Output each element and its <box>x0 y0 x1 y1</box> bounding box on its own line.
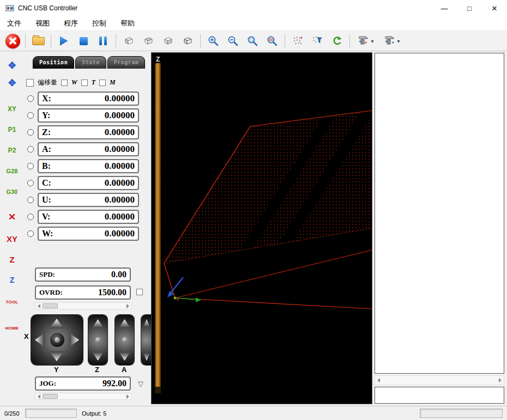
axis-radio[interactable] <box>27 180 34 186</box>
mdi-input-box[interactable] <box>375 387 504 404</box>
view-top-button[interactable] <box>119 32 138 50</box>
jog-dropdown-button[interactable]: ▽ <box>134 379 147 388</box>
scroll-right-icon[interactable] <box>126 304 129 308</box>
w-checkbox[interactable] <box>61 80 68 86</box>
axis-radio[interactable] <box>27 146 34 153</box>
sidebar-item-zero-z[interactable]: Z <box>2 252 22 267</box>
sidebar-item-tool[interactable]: TOOL <box>2 294 22 309</box>
zoom-extents-button[interactable] <box>262 32 282 50</box>
ovrd-scrollbar[interactable] <box>35 302 132 309</box>
jog-center-knob[interactable] <box>122 337 128 343</box>
axis-radio[interactable] <box>27 95 34 102</box>
sidebar-item-home[interactable]: HOME <box>2 320 22 336</box>
scroll-right-icon[interactable] <box>126 394 129 399</box>
offset-checkbox[interactable] <box>26 79 34 87</box>
jog-pad-z[interactable] <box>88 315 107 365</box>
tab-program[interactable]: Program <box>107 56 146 69</box>
jog-right-icon[interactable] <box>69 333 79 347</box>
tab-state[interactable]: State <box>75 56 106 69</box>
jog-down-icon[interactable] <box>119 352 130 361</box>
start-button[interactable] <box>54 32 74 50</box>
machine-zero-button[interactable]: ▾ <box>379 32 405 50</box>
jog-z-label: Z <box>95 366 99 374</box>
grid-dot-region <box>164 111 372 263</box>
axis-radio[interactable] <box>27 214 34 220</box>
emergency-stop-button[interactable] <box>3 32 22 50</box>
sidebar-item-move-1[interactable]: ✥ <box>2 58 22 73</box>
sidebar-item-zero-all[interactable]: ✕ <box>2 209 22 224</box>
m-checkbox[interactable] <box>99 80 106 86</box>
view-side-button[interactable] <box>158 32 178 50</box>
maximize-button[interactable]: □ <box>457 0 482 16</box>
scroll-left-icon[interactable] <box>38 394 40 399</box>
jog-left-icon[interactable] <box>35 333 45 347</box>
ovrd-checkbox[interactable] <box>136 289 143 295</box>
scroll-thumb[interactable] <box>43 303 58 308</box>
axis-radio[interactable] <box>27 230 34 237</box>
view-front-button[interactable] <box>138 32 158 50</box>
jog-down-icon[interactable] <box>92 352 104 361</box>
jog-scrollbar[interactable] <box>35 393 132 400</box>
close-button[interactable]: ✕ <box>482 0 507 16</box>
jog-center-knob[interactable] <box>95 337 101 343</box>
menu-control[interactable]: 控制 <box>85 16 113 31</box>
open-file-button[interactable] <box>28 32 48 50</box>
sidebar-item-zero-xy[interactable]: XY <box>2 231 22 246</box>
scroll-thumb[interactable] <box>43 394 58 399</box>
simulate-button[interactable] <box>288 32 307 50</box>
jog-center-knob[interactable] <box>50 333 64 347</box>
toolbar-separator <box>200 34 201 48</box>
jog-up-icon[interactable] <box>119 319 130 328</box>
t-checkbox[interactable] <box>81 80 88 86</box>
sidebar-item-goto-p1[interactable]: P1 <box>2 122 22 137</box>
scroll-right-icon[interactable] <box>499 378 502 382</box>
sidebar-item-label: G30 <box>7 188 18 195</box>
tab-position[interactable]: Position <box>33 56 74 69</box>
viewport-3d[interactable]: Z <box>151 52 372 404</box>
machine-offset-button[interactable]: ▾ <box>353 32 379 50</box>
scroll-left-icon[interactable] <box>38 304 40 308</box>
sidebar-item-move-2[interactable]: ✥ <box>2 75 22 90</box>
spd-box: SPD: 0.00 <box>35 267 131 282</box>
sidebar-item-measure-z[interactable]: Z <box>2 272 22 288</box>
jog-up-icon[interactable] <box>50 319 64 328</box>
sidebar-item-goto-p2[interactable]: P2 <box>2 143 22 158</box>
filter-tool-button[interactable] <box>307 32 327 50</box>
jog-up-icon[interactable] <box>143 319 150 327</box>
minimize-button[interactable]: — <box>432 0 457 16</box>
jog-pad-a[interactable] <box>115 315 134 365</box>
jog-down-icon[interactable] <box>143 353 150 361</box>
jog-down-icon[interactable] <box>50 351 64 361</box>
scroll-left-icon[interactable] <box>377 378 380 382</box>
jog-pad-b-clipped[interactable] <box>141 315 151 365</box>
app-icon <box>5 4 14 13</box>
gcode-list-scrollbar[interactable] <box>375 375 504 385</box>
sidebar-item-g30[interactable]: G30 <box>2 184 22 199</box>
jog-pad-xy[interactable] <box>31 315 83 365</box>
stop-button[interactable] <box>74 32 93 50</box>
window-controls: — □ ✕ <box>432 0 507 16</box>
axis-value: 0.00000 <box>105 93 135 104</box>
axis-radio[interactable] <box>27 129 34 136</box>
axis-radio[interactable] <box>27 197 34 203</box>
pause-button[interactable] <box>93 32 113 50</box>
axis-radio[interactable] <box>27 163 34 169</box>
menu-file[interactable]: 文件 <box>0 16 28 31</box>
view-iso-button[interactable] <box>178 32 197 50</box>
sidebar-item-goto-xy[interactable]: XY <box>2 101 22 117</box>
axis-value-box: V: 0.00000 <box>38 210 139 224</box>
zoom-window-button[interactable] <box>243 32 262 50</box>
menu-help[interactable]: 帮助 <box>113 16 142 31</box>
zoom-out-button[interactable] <box>223 32 243 50</box>
offset-label: 偏移量 <box>38 78 57 87</box>
jog-up-icon[interactable] <box>92 319 104 328</box>
menu-program[interactable]: 程序 <box>57 16 85 31</box>
zoom-in-button[interactable] <box>203 32 223 50</box>
gcode-list-panel[interactable] <box>375 53 504 374</box>
axis-radio[interactable] <box>27 112 34 119</box>
axis-row-x: X: 0.00000 <box>27 90 139 107</box>
menu-view[interactable]: 视图 <box>28 16 57 31</box>
sidebar-item-label: XY <box>8 105 16 113</box>
sidebar-item-g28[interactable]: G28 <box>2 163 22 179</box>
rewind-button[interactable] <box>327 32 347 50</box>
